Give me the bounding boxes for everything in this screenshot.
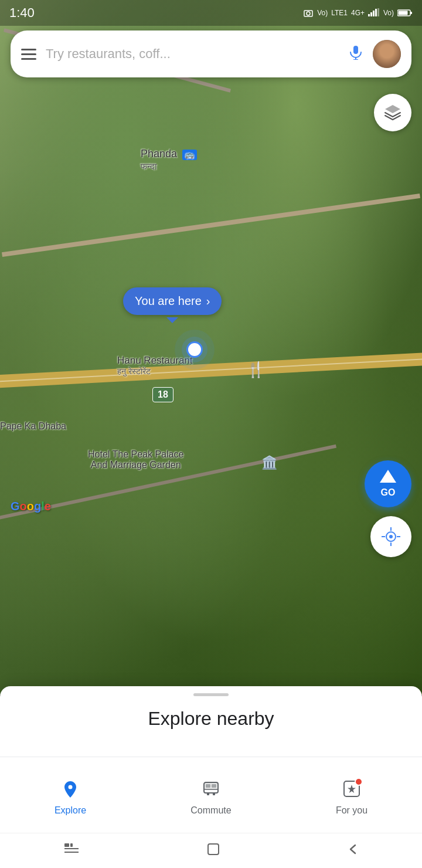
status-bar: 1:40 Vo) LTE1 4G+ Vo) [0, 0, 422, 26]
pape-dhaba-label: Pape Ka Dhaba [0, 421, 66, 432]
search-bar[interactable]: Try restaurants, coff... [11, 30, 411, 77]
commute-nav-label: Commute [190, 805, 231, 816]
transit-icon: 🚌 [182, 150, 197, 160]
lte2-icon: Vo) [383, 9, 394, 17]
svg-rect-6 [377, 8, 379, 16]
layers-icon [383, 103, 403, 123]
svg-rect-28 [64, 843, 69, 847]
svg-rect-2 [368, 14, 370, 16]
svg-rect-8 [410, 12, 412, 14]
avatar-face [373, 40, 401, 68]
photo-icon [303, 9, 314, 17]
google-watermark: Google [11, 500, 51, 513]
android-back-button[interactable] [348, 843, 358, 859]
svg-rect-4 [373, 11, 375, 16]
phanda-label: Phanda 🚌 फन्दा [141, 148, 197, 172]
restaurant-pin-icon: 🍴 [246, 361, 265, 379]
location-dot [186, 341, 203, 358]
hamburger-menu-icon[interactable] [21, 49, 36, 60]
signal-icon [368, 8, 380, 16]
svg-point-1 [307, 12, 310, 15]
map-background: 18 Phanda 🚌 फन्दा You are here › Hanu Re… [0, 0, 422, 695]
explore-nearby-title: Explore nearby [0, 708, 422, 730]
search-input[interactable]: Try restaurants, coff... [46, 46, 339, 62]
nav-item-for-you[interactable]: For you [281, 774, 422, 816]
hotel-icon: 🏛️ [261, 455, 277, 470]
explore-nav-icon [62, 780, 79, 802]
road-number-badge: 18 [152, 387, 173, 402]
notification-badge [355, 778, 363, 786]
svg-rect-10 [353, 46, 358, 54]
signal-bars-icon [368, 8, 380, 18]
status-time: 1:40 [9, 5, 35, 21]
svg-rect-31 [64, 852, 79, 853]
hotel-label: Hotel The Peak Palace And Marriage Garde… [88, 449, 183, 470]
map-layers-button[interactable] [374, 94, 411, 131]
my-location-button[interactable] [370, 516, 411, 557]
bubble-text: You are here › [123, 287, 222, 315]
svg-rect-5 [375, 9, 377, 16]
svg-rect-25 [207, 793, 209, 795]
4g-icon: 4G+ [351, 9, 365, 17]
location-crosshair-icon [380, 526, 401, 547]
svg-rect-32 [208, 844, 219, 855]
svg-rect-29 [70, 843, 73, 847]
microphone-icon[interactable] [348, 45, 363, 64]
go-arrow-icon [380, 470, 396, 486]
go-navigation-button[interactable]: GO [365, 460, 411, 507]
user-avatar[interactable] [373, 40, 401, 68]
svg-rect-24 [212, 784, 216, 788]
nav-item-commute[interactable]: Commute [141, 774, 281, 816]
svg-rect-23 [206, 784, 210, 788]
signal-lte-icon: Vo) [317, 9, 328, 17]
nav-item-explore[interactable]: Explore [0, 774, 141, 816]
sheet-handle [193, 693, 229, 696]
android-menu-button[interactable] [64, 843, 79, 859]
status-icons: Vo) LTE1 4G+ Vo) [303, 8, 413, 18]
road-secondary [2, 194, 420, 257]
battery-icon [397, 9, 413, 17]
lte1-icon: LTE1 [331, 9, 348, 17]
current-location-indicator [186, 341, 203, 358]
for-you-nav-icon [343, 780, 360, 802]
svg-rect-26 [213, 793, 215, 795]
svg-point-14 [389, 535, 393, 538]
svg-marker-19 [380, 470, 396, 483]
svg-rect-30 [64, 848, 79, 849]
explore-nav-label: Explore [55, 805, 86, 816]
bottom-navigation: Explore Commute For you [0, 757, 422, 833]
go-button-label: GO [381, 487, 396, 498]
for-you-nav-label: For you [336, 805, 367, 816]
android-nav-bar [0, 833, 422, 868]
you-are-here-bubble[interactable]: You are here › [123, 287, 222, 315]
svg-rect-9 [399, 11, 408, 15]
map-container[interactable]: 18 Phanda 🚌 फन्दा You are here › Hanu Re… [0, 0, 422, 695]
svg-rect-3 [370, 12, 372, 16]
commute-nav-icon [202, 780, 220, 802]
android-home-button[interactable] [207, 843, 220, 859]
